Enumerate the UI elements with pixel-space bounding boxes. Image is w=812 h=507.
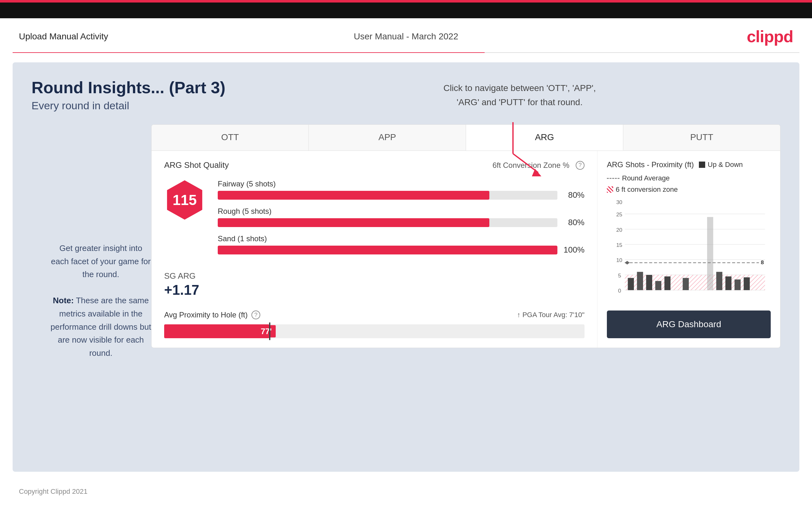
card-body: ARG Shot Quality 6ft Conversion Zone % ?… xyxy=(152,151,780,348)
arg-dashboard-button[interactable]: ARG Dashboard xyxy=(607,311,771,338)
bar-track-sand xyxy=(218,246,557,255)
svg-rect-26 xyxy=(716,272,722,290)
hex-score: 115 xyxy=(164,179,205,220)
page-subtitle: Every round in detail xyxy=(32,100,780,112)
bar-fill-sand xyxy=(218,246,557,255)
left-panel: ARG Shot Quality 6ft Conversion Zone % ?… xyxy=(152,151,597,348)
svg-text:15: 15 xyxy=(616,242,622,248)
svg-rect-25 xyxy=(707,217,713,290)
svg-line-1 xyxy=(513,154,538,173)
header: Upload Manual Activity User Manual - Mar… xyxy=(0,18,812,52)
header-divider xyxy=(13,52,799,53)
help-icon[interactable]: ? xyxy=(576,161,585,170)
bar-fill-rough xyxy=(218,218,489,227)
nav-hint-line2: 'ARG' and 'PUTT' for that round. xyxy=(457,97,582,107)
chart-title: ARG Shots - Proximity (ft) xyxy=(607,160,694,169)
legend-hatched-box xyxy=(607,186,613,193)
bar-rough: 80% xyxy=(218,218,585,227)
proximity-section: Avg Proximity to Hole (ft) ? ↑ PGA Tour … xyxy=(164,311,585,338)
legend-conversion-label: 6 ft conversion zone xyxy=(616,185,678,194)
proximity-value: 77' xyxy=(257,325,275,338)
main-card: OTT APP ARG PUTT ARG Shot Quality 6ft Co… xyxy=(151,124,780,348)
svg-rect-29 xyxy=(744,277,750,290)
shot-row-rough: Rough (5 shots) 80% xyxy=(218,207,585,227)
footer: Copyright Clippd 2021 xyxy=(0,481,812,502)
chart-area: 0 5 10 15 20 25 30 xyxy=(607,199,771,304)
legend-round-avg-label: Round Average xyxy=(622,174,670,182)
sg-section: SG ARG +1.17 xyxy=(164,271,585,298)
svg-text:8: 8 xyxy=(761,259,764,266)
svg-rect-23 xyxy=(665,277,670,290)
sg-label: SG ARG xyxy=(164,271,585,281)
shot-rows: Fairway (5 shots) 80% Rough (5 shots) xyxy=(218,179,585,262)
legend-round-avg: Round Average xyxy=(607,174,670,182)
top-bar xyxy=(0,3,812,18)
shot-row-fairway: Fairway (5 shots) 80% xyxy=(218,179,585,200)
legend-updown-square xyxy=(699,162,705,168)
tab-arg[interactable]: ARG xyxy=(466,125,623,151)
svg-rect-22 xyxy=(655,281,661,290)
svg-rect-28 xyxy=(734,279,741,290)
svg-rect-20 xyxy=(637,272,643,290)
bar-track-fairway xyxy=(218,191,557,200)
clippd-logo: clippd xyxy=(747,27,793,46)
shot-label-rough: Rough (5 shots) xyxy=(218,207,585,216)
svg-rect-19 xyxy=(628,278,633,290)
svg-text:25: 25 xyxy=(616,211,622,218)
insight-main-text: Get greater insight into each facet of y… xyxy=(51,243,151,279)
shot-row-sand: Sand (1 shots) 100% xyxy=(218,234,585,255)
chart-svg: 0 5 10 15 20 25 30 xyxy=(607,199,771,293)
proximity-label: Avg Proximity to Hole (ft) xyxy=(164,311,248,319)
proximity-cursor xyxy=(269,323,270,340)
tab-putt[interactable]: PUTT xyxy=(623,125,780,151)
bar-sand: 100% xyxy=(218,245,585,255)
pga-avg-label: ↑ PGA Tour Avg: 7'10" xyxy=(517,311,585,319)
proximity-help-icon[interactable]: ? xyxy=(251,311,260,319)
svg-text:20: 20 xyxy=(616,227,622,233)
page-title: Round Insights... (Part 3) xyxy=(32,78,780,97)
svg-text:5: 5 xyxy=(618,272,621,279)
insight-text-box: Get greater insight into each facet of y… xyxy=(50,242,151,359)
svg-text:30: 30 xyxy=(616,199,622,205)
proximity-header: Avg Proximity to Hole (ft) ? ↑ PGA Tour … xyxy=(164,311,585,319)
proximity-fill: 77' xyxy=(164,324,269,338)
upload-manual-label[interactable]: Upload Manual Activity xyxy=(19,32,108,42)
note-label: Note: xyxy=(53,296,74,305)
tab-ott[interactable]: OTT xyxy=(152,125,309,151)
bar-fairway: 80% xyxy=(218,190,585,200)
right-panel: ARG Shots - Proximity (ft) Up & Down Rou… xyxy=(597,151,780,348)
main-content: Round Insights... (Part 3) Every round i… xyxy=(13,62,799,472)
navigation-arrow xyxy=(504,122,541,179)
svg-text:10: 10 xyxy=(616,257,622,263)
manual-date-label: User Manual - March 2022 xyxy=(354,32,458,42)
svg-rect-27 xyxy=(725,277,731,290)
shot-label-sand: Sand (1 shots) xyxy=(218,234,585,243)
bar-track-rough xyxy=(218,218,557,227)
bar-fill-fairway xyxy=(218,191,489,200)
legend-updown: Up & Down xyxy=(699,161,743,169)
chart-header: ARG Shots - Proximity (ft) Up & Down Rou… xyxy=(607,160,771,182)
legend-dashed-line xyxy=(607,178,619,179)
proximity-bar: 77' xyxy=(164,324,585,338)
legend-updown-label: Up & Down xyxy=(708,161,743,169)
nav-hint: Click to navigate between 'OTT', 'APP', … xyxy=(443,81,596,110)
pct-sand: 100% xyxy=(562,245,585,255)
nav-hint-line1: Click to navigate between 'OTT', 'APP', xyxy=(443,83,596,93)
shot-label-fairway: Fairway (5 shots) xyxy=(218,179,585,188)
svg-marker-31 xyxy=(625,261,629,265)
tab-bar: OTT APP ARG PUTT xyxy=(152,125,780,151)
svg-rect-24 xyxy=(683,278,689,290)
score-container: 115 Fairway (5 shots) 80% xyxy=(164,179,585,262)
tab-app[interactable]: APP xyxy=(309,125,466,151)
svg-text:0: 0 xyxy=(618,287,621,293)
pct-fairway: 80% xyxy=(562,190,585,200)
shot-quality-title: ARG Shot Quality xyxy=(164,160,229,170)
hex-number: 115 xyxy=(173,191,197,209)
copyright-text: Copyright Clippd 2021 xyxy=(19,488,88,495)
svg-rect-21 xyxy=(646,275,652,290)
legend-conversion: 6 ft conversion zone xyxy=(607,185,771,194)
sg-value: +1.17 xyxy=(164,282,585,298)
svg-marker-2 xyxy=(532,169,541,176)
pct-rough: 80% xyxy=(562,218,585,227)
